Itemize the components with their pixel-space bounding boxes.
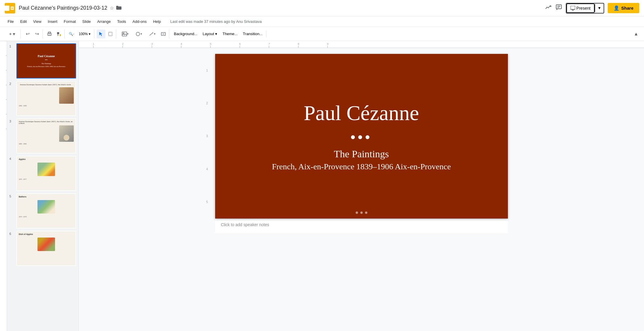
- undo-button[interactable]: ↩: [23, 30, 32, 38]
- trend-icon[interactable]: [545, 4, 552, 12]
- paint-format-button[interactable]: [54, 30, 63, 38]
- shape-insert-button[interactable]: ▾: [132, 30, 145, 38]
- slide-thumbnail-1[interactable]: Paul Cézanne ••• The Paintings French, A…: [16, 43, 76, 79]
- image-insert-button[interactable]: ▾: [119, 30, 131, 38]
- title-area: Paul Cézanne's Paintings-2019-03-12 ☆: [19, 5, 545, 11]
- bottom-dot-1: [356, 211, 358, 214]
- share-button[interactable]: 👤 Share: [608, 3, 639, 13]
- new-slide-button[interactable]: + ▾: [5, 30, 19, 38]
- svg-text:9: 9: [327, 42, 328, 45]
- collapse-toolbar-button[interactable]: ▲: [632, 30, 640, 38]
- slide-bottom-dots: [356, 211, 367, 214]
- title-bar: Paul Cézanne's Paintings-2019-03-12 ☆ Pr…: [0, 0, 644, 16]
- present-dropdown-button[interactable]: ▼: [595, 4, 604, 12]
- present-label: Present: [576, 6, 590, 11]
- menu-insert[interactable]: Insert: [45, 18, 60, 25]
- menu-tools[interactable]: Tools: [114, 18, 129, 25]
- ruler-top: 1 2 3 4 5 6 7 8 9: [79, 41, 644, 48]
- menu-help[interactable]: Help: [150, 18, 164, 25]
- thumb-4-label: Apples: [19, 158, 74, 160]
- title-bar-actions: Present ▼ 👤 Share: [545, 3, 639, 13]
- toolbar-group-insert: ▾ ▾ ▾: [117, 30, 169, 38]
- slide-thumbnail-6[interactable]: Dish of Apples: [16, 231, 76, 266]
- menu-file[interactable]: File: [5, 18, 17, 25]
- folder-icon[interactable]: [116, 5, 121, 11]
- toolbar-group-history: ↩ ↪: [22, 30, 43, 38]
- svg-rect-19: [109, 32, 112, 36]
- svg-rect-27: [0, 41, 7, 331]
- menu-view[interactable]: View: [30, 18, 44, 25]
- slide-thumb-1[interactable]: 1 Paul Cézanne ••• The Paintings French,…: [9, 43, 76, 79]
- menu-slide[interactable]: Slide: [79, 18, 94, 25]
- menu-edit[interactable]: Edit: [17, 18, 30, 25]
- slide-thumbnail-2[interactable]: Antoine Dominique Sauveur Aubert (born 1…: [16, 81, 76, 116]
- slide-thumbnail-5[interactable]: Bathers 1874 - 1875: [16, 193, 76, 228]
- slide-subtitle2: French, Aix-en-Provence 1839–1906 Aix-en…: [272, 162, 451, 171]
- present-button[interactable]: Present: [566, 4, 595, 13]
- thumb-5-label: Bathers: [19, 196, 74, 198]
- background-button[interactable]: Background...: [172, 30, 200, 37]
- theme-button[interactable]: Theme...: [220, 30, 240, 37]
- star-icon[interactable]: ☆: [110, 5, 114, 11]
- svg-rect-1: [11, 6, 14, 10]
- redo-button[interactable]: ↪: [32, 30, 41, 38]
- slide-main-title: Paul Cézanne: [304, 101, 419, 125]
- slide-thumb-5[interactable]: 5 Bathers 1874 - 1875: [9, 193, 76, 228]
- thumb-6-painting: [37, 238, 55, 251]
- layout-label: Layout: [203, 32, 214, 36]
- canvas-area: 1 2 3 4 5 6 7 8 9: [79, 41, 644, 331]
- menu-bar: File Edit View Insert Format Slide Arran…: [0, 16, 644, 27]
- zoom-selector[interactable]: 100% ▾: [76, 31, 93, 37]
- select-tool[interactable]: [106, 30, 115, 38]
- canvas-wrapper[interactable]: 1 2 3 4 5 Paul Cézanne ••• The Paintings…: [79, 48, 644, 331]
- slide-num-1: 1: [9, 43, 14, 48]
- thumb-1-subtitle: The Paintings: [41, 63, 51, 64]
- comment-icon[interactable]: [555, 4, 562, 12]
- transition-button[interactable]: Transition...: [241, 30, 265, 37]
- slide-thumb-2[interactable]: 2 Antoine Dominique Sauveur Aubert (born…: [9, 81, 76, 116]
- svg-rect-35: [79, 41, 644, 48]
- svg-marker-18: [99, 32, 102, 36]
- svg-rect-3: [11, 8, 13, 8]
- svg-text:8: 8: [298, 42, 299, 45]
- slide-thumb-4[interactable]: 4 Apples 1875 - 1877: [9, 156, 76, 191]
- svg-rect-17: [60, 34, 61, 36]
- svg-rect-11: [571, 6, 575, 9]
- toolbar-group-select: [95, 30, 116, 38]
- main-slide[interactable]: Paul Cézanne ••• The Paintings French, A…: [215, 54, 508, 219]
- svg-text:7: 7: [268, 42, 270, 45]
- doc-title-text[interactable]: Paul Cézanne's Paintings-2019-03-12: [19, 5, 107, 11]
- menu-format[interactable]: Format: [61, 18, 79, 25]
- menu-arrange[interactable]: Arrange: [94, 18, 114, 25]
- slide-panel: 1 Paul Cézanne ••• The Paintings French,…: [7, 41, 79, 331]
- layout-button[interactable]: Layout ▾: [200, 30, 220, 37]
- thumb-1-title: Paul Cézanne: [38, 54, 55, 58]
- svg-rect-20: [122, 32, 127, 36]
- thumb-6-label: Dish of Apples: [19, 233, 74, 235]
- cursor-tool[interactable]: [97, 30, 105, 38]
- slide-num-6: 6: [9, 231, 14, 236]
- svg-text:2: 2: [122, 42, 124, 45]
- slide-num-5: 5: [9, 193, 14, 198]
- slide-num-2: 2: [9, 81, 14, 86]
- slide-num-3: 3: [9, 118, 14, 123]
- slide-thumb-6[interactable]: 6 Dish of Apples: [9, 231, 76, 266]
- print-button[interactable]: [45, 30, 54, 38]
- slide-dots: •••: [350, 129, 372, 145]
- thumb-2-label: Antoine Dominique Sauveur Aubert (born 1…: [19, 83, 74, 86]
- thumb-1-info: French, Aix-en-Provence 1839–1906 Aix-en…: [27, 66, 66, 67]
- main-layout: 1 Paul Cézanne ••• The Paintings French,…: [0, 41, 644, 331]
- slide-thumbnail-4[interactable]: Apples 1875 - 1877: [16, 156, 76, 191]
- share-label: Share: [621, 6, 633, 11]
- thumb-1-dots: •••: [45, 58, 47, 61]
- slide-thumb-3[interactable]: 3 Antoine Dominique Sauveur Aubert (born…: [9, 118, 76, 153]
- toolbar: + ▾ ↩ ↪ 🔍- 100% ▾ ▾ ▾: [0, 27, 644, 41]
- zoom-out-button[interactable]: 🔍-: [67, 30, 76, 38]
- svg-text:5: 5: [210, 42, 211, 45]
- ruler-left: [0, 41, 7, 331]
- textbox-insert-button[interactable]: [159, 30, 168, 38]
- menu-addons[interactable]: Add-ons: [130, 18, 150, 25]
- speaker-notes[interactable]: Click to add speaker notes: [215, 219, 508, 233]
- slide-thumbnail-3[interactable]: Antoine Dominique Sauveur Aubert (born 1…: [16, 118, 76, 153]
- line-insert-button[interactable]: ▾: [145, 30, 158, 38]
